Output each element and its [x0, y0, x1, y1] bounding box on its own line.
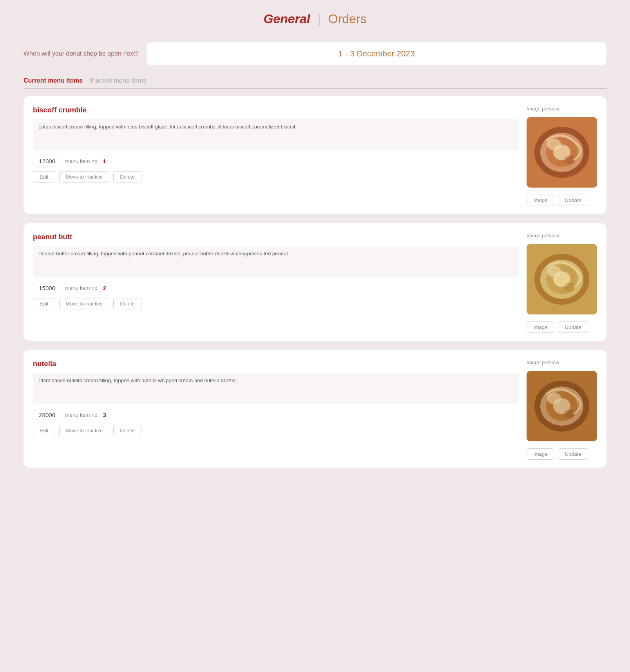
date-row: When will your donut shop be open next? … [24, 42, 606, 65]
date-value: 1 - 3 December 2023 [338, 49, 415, 58]
menu-card-left-2: nutella Plant based nutella cream fillin… [33, 359, 519, 436]
menu-card-left-0: biscoff crumble Lotus biscoff cream fill… [33, 106, 519, 182]
menu-items-container: biscoff crumble Lotus biscoff cream fill… [24, 96, 606, 468]
item-price-row-1: 15000 menu item no. 2 [33, 283, 519, 293]
item-name-1: peanut butt [33, 233, 519, 241]
delete-button-0[interactable]: Delete [113, 171, 141, 182]
item-price-row-0: 12000 menu item no. 1 [33, 156, 519, 166]
move-to-inactive-button-0[interactable]: Move to inactive [59, 171, 110, 182]
right-actions-2: Image Update [527, 448, 588, 460]
item-price-0: 12000 [33, 156, 61, 166]
image-button-0[interactable]: Image [527, 195, 554, 206]
menu-card: biscoff crumble Lotus biscoff cream fill… [24, 96, 606, 214]
menu-card-right-0: Image preview: Image Update [527, 106, 597, 206]
svg-point-19 [547, 392, 561, 404]
item-actions-0: Edit Move to inactive Delete [33, 171, 519, 182]
date-value-box: 1 - 3 December 2023 [147, 42, 606, 65]
svg-point-20 [564, 409, 575, 419]
move-to-inactive-button-2[interactable]: Move to inactive [59, 425, 110, 436]
update-button-2[interactable]: Update [558, 448, 588, 460]
header-divider: | [318, 12, 321, 26]
item-price-row-2: 28000 menu item no. 3 [33, 410, 519, 420]
item-menu-no-value-2: 3 [103, 412, 106, 418]
right-actions-1: Image Update [527, 322, 588, 333]
menu-card-right-2: Image preview: Image Update [527, 359, 597, 460]
item-menu-no-label-0: menu item no. [65, 158, 99, 164]
update-button-1[interactable]: Update [558, 322, 588, 333]
tabs-divider [24, 88, 606, 89]
tabs-row: Current menu items Inactive menu items [24, 77, 606, 84]
item-menu-no-label-1: menu item no. [65, 285, 99, 291]
item-price-1: 15000 [33, 283, 61, 293]
edit-button-0[interactable]: Edit [33, 171, 55, 182]
image-button-2[interactable]: Image [527, 448, 554, 460]
item-menu-no-value-1: 2 [103, 285, 106, 291]
svg-point-5 [547, 139, 561, 150]
menu-card: nutella Plant based nutella cream fillin… [24, 350, 606, 468]
tab-current-menu[interactable]: Current menu items [24, 77, 83, 84]
item-menu-no-value-0: 1 [103, 158, 106, 164]
item-menu-no-label-2: menu item no. [65, 412, 99, 418]
image-preview-label-2: Image preview: [527, 359, 561, 365]
item-name-2: nutella [33, 359, 519, 368]
item-desc-2: Plant based nutella cream filling, toppe… [33, 373, 519, 404]
right-actions-0: Image Update [527, 195, 588, 206]
item-actions-1: Edit Move to inactive Delete [33, 298, 519, 309]
tab-inactive-menu[interactable]: Inactive menu items [91, 77, 146, 84]
item-desc-1: Peanut butter cream filling, topped with… [33, 246, 519, 277]
menu-card: peanut butt Peanut butter cream filling,… [24, 223, 606, 341]
image-preview-box-0 [527, 117, 597, 188]
item-desc-0: Lotus biscoff cream filling, topped with… [33, 119, 519, 150]
image-preview-box-1 [527, 244, 597, 314]
header-orders: Orders [328, 12, 367, 26]
image-preview-label-1: Image preview: [527, 233, 561, 238]
date-question: When will your donut shop be open next? [24, 50, 139, 57]
item-name-0: biscoff crumble [33, 106, 519, 114]
svg-point-12 [547, 266, 561, 277]
svg-point-13 [564, 282, 575, 292]
edit-button-1[interactable]: Edit [33, 298, 55, 309]
header-general: General [263, 12, 310, 26]
item-price-2: 28000 [33, 410, 61, 420]
menu-card-left-1: peanut butt Peanut butter cream filling,… [33, 233, 519, 309]
page-header: General | Orders [24, 12, 606, 26]
update-button-0[interactable]: Update [558, 195, 588, 206]
menu-card-right-1: Image preview: Image Update [527, 233, 597, 333]
edit-button-2[interactable]: Edit [33, 425, 55, 436]
svg-point-6 [564, 155, 575, 165]
delete-button-1[interactable]: Delete [113, 298, 141, 309]
image-preview-box-2 [527, 371, 597, 441]
delete-button-2[interactable]: Delete [113, 425, 141, 436]
image-preview-label-0: Image preview: [527, 106, 561, 112]
move-to-inactive-button-1[interactable]: Move to inactive [59, 298, 110, 309]
item-actions-2: Edit Move to inactive Delete [33, 425, 519, 436]
image-button-1[interactable]: Image [527, 322, 554, 333]
